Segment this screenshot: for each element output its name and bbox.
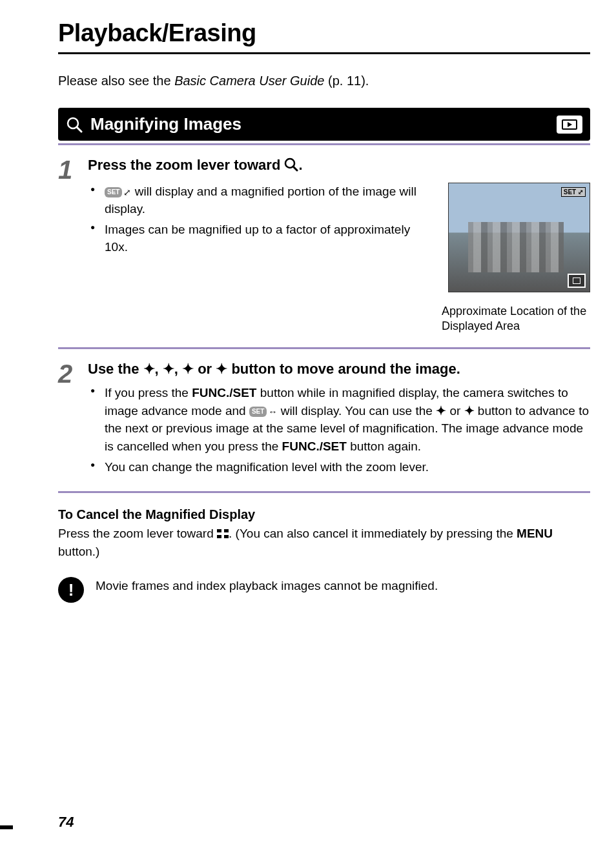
- arrow-down-icon: ✦: [163, 361, 174, 377]
- step-1-number: 1: [58, 156, 88, 334]
- side-tab: [0, 825, 13, 829]
- s2b1-d: or: [446, 404, 464, 418]
- svg-line-5: [293, 167, 297, 170]
- intro-italic: Basic Camera User Guide: [174, 74, 324, 88]
- set-badge-icon: SET: [105, 187, 122, 198]
- set-overlay-icon: SET: [561, 187, 586, 197]
- arrow-right-icon: ✦: [216, 361, 227, 377]
- svg-marker-3: [568, 122, 572, 127]
- step-2-number: 2: [58, 359, 88, 479]
- s2b1-bold2: FUNC./SET: [282, 439, 347, 453]
- intro-prefix: Please also see the: [58, 74, 174, 88]
- step-2-bullet-2: You can change the magnification level w…: [88, 458, 590, 476]
- step-1-bullet-2: Images can be magnified up to a factor o…: [88, 221, 429, 256]
- set-badge-icon: SET: [249, 407, 267, 418]
- step-2-heading-mid: or: [194, 361, 216, 377]
- step-2-bullet-1: If you press the FUNC./SET button while …: [88, 384, 590, 455]
- step-1: 1 Press the zoom lever toward . SET⤢ wil…: [58, 145, 590, 349]
- cancel-text-b: . (You can also cancel it immediately by…: [229, 527, 517, 540]
- locator-overlay: [568, 274, 586, 288]
- step-1-bullets: SET⤢ will display and a magnified portio…: [88, 183, 429, 256]
- arrow-left-icon: ✦: [436, 404, 446, 418]
- arrow-up-icon: ✦: [143, 361, 155, 377]
- chapter-title: Playback/Erasing: [58, 19, 590, 54]
- magnify-icon: [66, 116, 83, 133]
- s2b1-c: will display. You can use the: [277, 404, 436, 418]
- step-2: 2 Use the ✦, ✦, ✦ or ✦ button to move ar…: [58, 349, 590, 494]
- note-text: Movie frames and index playback images c…: [96, 577, 438, 595]
- advance-icon: ↔: [268, 405, 277, 418]
- arrow-right-icon: ✦: [464, 404, 475, 418]
- magnify-icon: [284, 159, 298, 175]
- s2b1-bold1: FUNC./SET: [192, 386, 256, 399]
- cancel-text-c: button.): [58, 545, 99, 558]
- section-title: Magnifying Images: [90, 114, 241, 134]
- intro-suffix: (p. 11).: [324, 74, 369, 88]
- s2b1-a: If you press the: [105, 386, 192, 399]
- cancel-text: Press the zoom lever toward . (You can a…: [58, 525, 590, 560]
- playback-mode-icon: [557, 116, 582, 134]
- step-2-heading: Use the ✦, ✦, ✦ or ✦ button to move arou…: [88, 359, 590, 379]
- cancel-heading: To Cancel the Magnified Display: [58, 507, 590, 522]
- step-1-bullet-1: SET⤢ will display and a magnified portio…: [88, 183, 429, 218]
- index-view-icon: [217, 529, 229, 538]
- caution-icon: !: [58, 577, 84, 603]
- move-icon: ⤢: [123, 186, 131, 199]
- s2b1-f: button again.: [347, 439, 421, 453]
- image-caption: Approximate Location of the Displayed Ar…: [442, 304, 590, 334]
- step-1-heading-prefix: Press the zoom lever toward: [88, 157, 284, 173]
- cancel-bold: MENU: [517, 527, 553, 540]
- arrow-left-icon: ✦: [182, 361, 194, 377]
- sample-display-image: SET: [448, 183, 590, 292]
- step-1-heading: Press the zoom lever toward .: [88, 156, 590, 177]
- step-2-heading-suffix: button to move around the image.: [227, 361, 460, 377]
- step-1-heading-suffix: .: [298, 157, 302, 173]
- section-header: Magnifying Images: [58, 108, 590, 141]
- note-block: ! Movie frames and index playback images…: [58, 577, 590, 603]
- step-1-bullet-1-text: will display and a magnified portion of …: [105, 185, 416, 216]
- step-2-bullets: If you press the FUNC./SET button while …: [88, 384, 590, 476]
- intro-text: Please also see the Basic Camera User Gu…: [58, 74, 590, 88]
- cancel-text-a: Press the zoom lever toward: [58, 527, 217, 540]
- step-2-heading-prefix: Use the: [88, 361, 143, 377]
- svg-line-1: [77, 127, 81, 132]
- page-number: 74: [58, 814, 74, 831]
